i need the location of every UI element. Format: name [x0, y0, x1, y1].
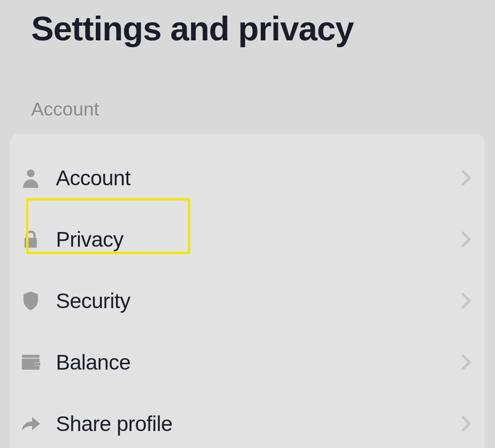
- settings-item-label: Balance: [56, 350, 461, 375]
- wallet-icon: [19, 354, 42, 371]
- chevron-right-icon: [461, 354, 471, 371]
- page-title: Settings and privacy: [0, 0, 495, 48]
- svg-rect-2: [22, 355, 40, 358]
- chevron-right-icon: [461, 415, 471, 432]
- lock-icon: [19, 229, 42, 249]
- person-icon: [19, 168, 42, 188]
- settings-item-share-profile[interactable]: Share profile: [10, 395, 485, 448]
- settings-item-label: Share profile: [56, 411, 461, 436]
- shield-icon: [19, 291, 42, 311]
- share-icon: [19, 415, 42, 432]
- settings-item-balance[interactable]: Balance: [10, 333, 485, 391]
- settings-item-label: Account: [56, 166, 461, 190]
- settings-item-account[interactable]: Account: [10, 149, 485, 207]
- settings-item-label: Privacy: [56, 227, 461, 252]
- settings-item-label: Security: [56, 288, 461, 313]
- svg-point-0: [27, 170, 35, 177]
- svg-rect-1: [25, 238, 37, 248]
- settings-item-security[interactable]: Security: [10, 272, 485, 330]
- settings-item-privacy[interactable]: Privacy: [10, 210, 485, 268]
- chevron-right-icon: [461, 170, 471, 186]
- section-label-account: Account: [0, 48, 495, 134]
- svg-rect-5: [35, 363, 40, 365]
- chevron-right-icon: [461, 293, 471, 309]
- chevron-right-icon: [461, 231, 471, 248]
- settings-card: Account Privacy Security: [10, 134, 485, 448]
